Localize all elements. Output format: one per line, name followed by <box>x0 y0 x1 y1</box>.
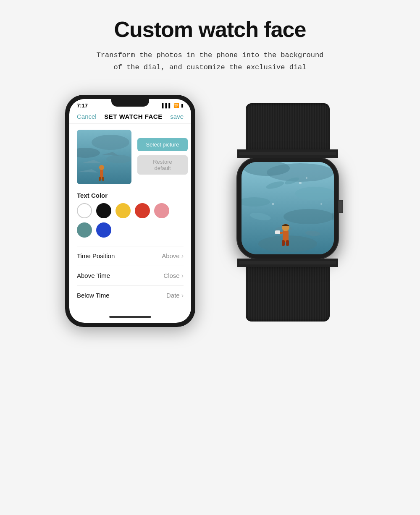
connector-line <box>239 261 336 264</box>
connector-line <box>239 152 336 155</box>
below-time-value: Date › <box>166 292 184 299</box>
chevron-icon: › <box>181 272 184 280</box>
color-swatch-yellow[interactable] <box>116 203 131 218</box>
signal-icon: ▌▌▌ <box>162 103 172 108</box>
text-color-label: Text Color <box>77 192 184 199</box>
color-swatch-blue[interactable] <box>96 222 111 238</box>
color-swatch-teal[interactable] <box>77 222 92 238</box>
svg-point-11 <box>295 187 334 200</box>
svg-point-1 <box>92 135 129 150</box>
save-button[interactable]: save <box>170 113 184 120</box>
watch-band-bottom <box>246 267 330 322</box>
phone: 7:17 ▌▌▌ 🛜 ▮ Cancel SET WATCH FACE save <box>65 95 195 327</box>
watch-band-connector-top <box>237 149 338 158</box>
phone-home-bar <box>69 311 191 323</box>
time-position-label: Time Position <box>77 252 115 259</box>
svg-point-5 <box>99 165 104 170</box>
watch-case <box>237 158 338 259</box>
select-picture-button[interactable]: Select picture <box>137 138 188 151</box>
setting-row-above-time[interactable]: Above Time Close › <box>77 266 184 285</box>
smartwatch <box>220 103 355 322</box>
setting-row-below-time[interactable]: Below Time Date › <box>77 285 184 305</box>
color-swatches <box>77 203 184 238</box>
chevron-icon: › <box>181 292 184 299</box>
color-swatch-pink[interactable] <box>154 203 169 218</box>
page-subtitle: Transform the photos in the phone into t… <box>97 50 324 74</box>
phone-content: Select picture Restore default Text Colo… <box>69 124 191 311</box>
color-swatch-red[interactable] <box>135 203 150 218</box>
color-swatch-white[interactable] <box>77 203 92 218</box>
devices-row: 7:17 ▌▌▌ 🛜 ▮ Cancel SET WATCH FACE save <box>8 95 412 327</box>
above-time-label: Above Time <box>77 272 110 279</box>
svg-point-28 <box>272 203 274 205</box>
time-position-value: Above › <box>162 252 184 260</box>
phone-time: 7:17 <box>77 102 88 109</box>
phone-nav-bar: Cancel SET WATCH FACE save <box>69 110 191 124</box>
nav-title: SET WATCH FACE <box>104 113 162 120</box>
cancel-button[interactable]: Cancel <box>77 113 97 120</box>
svg-rect-7 <box>102 177 104 181</box>
svg-rect-25 <box>275 230 280 234</box>
home-indicator <box>109 316 151 318</box>
svg-point-26 <box>299 182 302 184</box>
watch-action-buttons: Select picture Restore default <box>137 130 188 175</box>
battery-icon: ▮ <box>181 103 184 108</box>
color-swatch-black[interactable] <box>96 203 111 218</box>
watch-band-top <box>246 103 330 149</box>
watch-display <box>242 162 334 254</box>
above-time-value: Close › <box>163 272 184 280</box>
phone-screen: 7:17 ▌▌▌ 🛜 ▮ Cancel SET WATCH FACE save <box>69 99 191 323</box>
svg-rect-22 <box>282 240 285 246</box>
chevron-icon: › <box>181 252 184 260</box>
svg-point-27 <box>306 177 307 179</box>
wifi-icon: 🛜 <box>173 103 179 108</box>
watch-band-connector-bottom <box>237 259 338 267</box>
svg-rect-23 <box>286 240 289 246</box>
svg-point-3 <box>106 155 131 163</box>
svg-rect-20 <box>283 230 289 242</box>
restore-default-button[interactable]: Restore default <box>137 155 188 175</box>
svg-rect-6 <box>99 177 101 181</box>
svg-point-13 <box>284 209 334 224</box>
watch-crown <box>338 200 343 213</box>
phone-status-bar: 7:17 ▌▌▌ 🛜 ▮ <box>69 99 191 110</box>
watch-face-thumbnail <box>77 130 131 184</box>
below-time-label: Below Time <box>77 292 110 299</box>
phone-notch <box>111 99 149 107</box>
setting-row-time-position[interactable]: Time Position Above › <box>77 246 184 266</box>
phone-status-icons: ▌▌▌ 🛜 ▮ <box>162 103 184 108</box>
page-title: Custom watch face <box>114 17 306 42</box>
svg-point-29 <box>320 203 322 205</box>
watch-preview-row: Select picture Restore default <box>77 130 184 184</box>
